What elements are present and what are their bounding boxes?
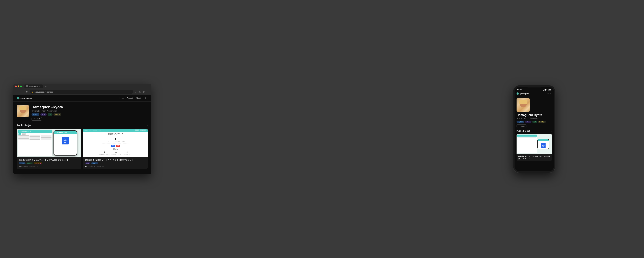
profile-name: Hamaguchi-Ryota — [32, 105, 148, 109]
thumb-2-upload-area: ⬆ ファイルをドラッグ&ドロップしてください — [102, 136, 129, 144]
thumb-mobile-btn: 「/」測定を開始 — [62, 137, 69, 145]
signal-icon — [543, 89, 546, 90]
project-date-text-1: 2024年1月〜2024年12月 — [21, 165, 38, 168]
profile-tags: Python PHP C# Next.js — [32, 113, 148, 116]
ptag-python: Python — [19, 162, 26, 164]
mobile-projects-header: Public Project › — [516, 130, 552, 132]
thumb-2-nav-btns: ログイン サインアップ — [135, 130, 146, 131]
toolbar-actions: ☆ ◎ ⬡ ⋯ — [134, 90, 150, 94]
mobile-thumb-body — [517, 137, 537, 141]
ptag-django: django — [26, 162, 33, 164]
mobile-logo: r ryota-space — [516, 92, 529, 95]
profile-icon[interactable]: ◎ — [138, 90, 142, 94]
nav-project[interactable]: Project — [127, 97, 133, 99]
site-nav-links: Home Project About ☾ — [119, 96, 148, 100]
mobile-thumb-mobile-content: 「/」測定を開始 — [538, 141, 549, 149]
wifi-icon: ∿ — [546, 89, 548, 91]
share-label: Share — [36, 118, 40, 120]
step-1-text: 1. 講義動画をアップロード — [100, 154, 110, 155]
projects-section: Public Project › フレイル業務管理システム 検索 — [14, 122, 151, 171]
site-logo-text: ryota-space — [20, 97, 32, 99]
theme-toggle-btn[interactable]: ☾ — [144, 96, 148, 100]
thumb-2-header-text: 聴覚障碍者向け｜授業支援サービスサイト — [84, 130, 104, 131]
projects-arrow[interactable]: › — [147, 124, 148, 127]
minimize-window-btn[interactable] — [18, 85, 19, 87]
project-info-2: 聴覚障碍者に向けたノートテイクシステム開発プロジェクト PHP Python 📅… — [83, 157, 148, 169]
more-icon[interactable]: ⋯ — [146, 90, 150, 94]
mobile-tag-python: Python — [516, 120, 524, 123]
calendar-icon: 📅 — [19, 166, 21, 167]
nav-about[interactable]: About — [136, 97, 141, 99]
address-bar[interactable]: 🔒 ryota.space.vercel.app — [30, 90, 133, 94]
avatar-image — [17, 105, 29, 117]
mobile-screen: 12:02 ∿ BB r ryota-space — [514, 87, 554, 171]
project-mobile-preview: フレイル業務管理システム 「/」測定を開始 — [54, 130, 77, 156]
refresh-btn[interactable]: ↻ — [25, 90, 29, 94]
site-logo: r ryota-space — [17, 97, 32, 99]
close-window-btn[interactable] — [15, 85, 17, 87]
project-tags-2: PHP Python — [85, 162, 146, 164]
forward-btn[interactable]: → — [20, 90, 24, 94]
mobile-logo-text: ryota-space — [520, 93, 529, 95]
tag-python: Python — [32, 113, 40, 116]
step-3-icon: ⬇ — [126, 151, 128, 154]
btn-cancel: 取消 — [116, 145, 120, 147]
mobile-profile-title: System Engineer, Programmer — [516, 117, 552, 119]
tag-csharp: C# — [48, 113, 52, 116]
mobile-device: 12:02 ∿ BB r ryota-space — [513, 85, 555, 173]
step-3: ⬇ 3. 結果のダウンロード — [123, 151, 132, 155]
thumb-2-btn-login: ログイン — [135, 130, 139, 131]
thumb-mobile-header-text: フレイル業務管理システム — [55, 132, 67, 133]
site-nav: r ryota-space Home Project About ☾ — [14, 95, 151, 102]
mobile-avatar-image — [516, 98, 530, 112]
mobile-thumb-mobile-inner: 「/」測定を開始 — [538, 139, 549, 149]
ptag-python-2: Python — [91, 162, 98, 164]
star-icon[interactable]: ☆ — [134, 90, 138, 94]
mobile-site-nav: r ryota-space ≡ ☾ — [514, 91, 554, 96]
back-btn[interactable]: ← — [15, 90, 19, 94]
mobile-thumb-header — [517, 135, 537, 137]
mobile-projects-arrow[interactable]: › — [551, 130, 552, 132]
project-date-2: 📅 2023年8月〜2023年12月 — [85, 165, 146, 168]
mobile-thumb-btn: 「/」測定を開始 — [541, 143, 546, 148]
nav-home[interactable]: Home — [119, 97, 124, 99]
ptag-js: javascript — [34, 162, 42, 164]
maximize-window-btn[interactable] — [20, 85, 22, 87]
browser-tab[interactable]: ryota-space ✕ — [24, 84, 42, 88]
mobile-nav-icons: ≡ ☾ — [548, 92, 552, 95]
thumb-table — [18, 135, 52, 140]
browser-titlebar: ryota-space ✕ + — [14, 84, 151, 89]
thumb-btn-1: 検索 — [18, 133, 21, 135]
profile-section: Hamaguchi-Ryota System Engineer, Program… — [14, 102, 151, 122]
project-card-1[interactable]: フレイル業務管理システム 検索 新規登録 — [17, 129, 81, 169]
mobile-thumb-rows — [518, 137, 536, 140]
mobile-project-info: 高齢者に向けたフレイルチェッシステム開発プロジェクト — [516, 154, 552, 161]
projects-header: Public Project › — [17, 124, 148, 127]
mobile-tag-php: PHP — [525, 120, 532, 123]
upload-text: ファイルをドラッグ&ドロップしてください — [106, 141, 125, 142]
new-tab-btn[interactable]: + — [44, 85, 47, 88]
mobile-theme-icon[interactable]: ☾ — [550, 92, 552, 95]
mobile-project-card[interactable]: 「/」測定を開始 高齢者に向けたフレイルチェッシステム開発プロジェクト — [516, 134, 552, 161]
thumb-header-text: フレイル業務管理システム — [19, 131, 31, 132]
thumb-2-steps: ⬆ 1. 講義動画をアップロード ✈ 2. 送信ボタンをクリック ⬇ — [100, 151, 132, 155]
mobile-project-thumb: 「/」測定を開始 — [516, 134, 552, 154]
thumb-btn-2: 新規登録 — [22, 133, 26, 135]
lock-icon: 🔒 — [32, 91, 34, 93]
mobile-menu-icon[interactable]: ≡ — [548, 92, 548, 95]
thumb-2-inner: 聴覚障碍者向け｜授業支援サービスサイト ログイン サインアップ 講義動画をアップ… — [83, 129, 148, 157]
website-content: r ryota-space Home Project About ☾ Hamag… — [14, 95, 151, 174]
mobile-project-title: 高齢者に向けたフレイルチェッシステム開発プロジェクト — [518, 155, 550, 160]
share-icon: ⬆ — [33, 118, 35, 120]
mobile-thumb-desktop — [517, 135, 537, 153]
mobile-share-btn[interactable]: ⬆ Share — [516, 124, 526, 128]
upload-icon: ⬆ — [106, 138, 125, 140]
mobile-projects-title: Public Project — [516, 130, 530, 132]
projects-grid: フレイル業務管理システム 検索 新規登録 — [17, 129, 148, 169]
btn-upload: 送信 — [111, 145, 115, 147]
project-card-2[interactable]: 聴覚障碍者向け｜授業支援サービスサイト ログイン サインアップ 講義動画をアップ… — [83, 129, 148, 169]
extensions-icon[interactable]: ⬡ — [142, 90, 146, 94]
tab-close-btn[interactable]: ✕ — [39, 85, 41, 87]
thumb-desktop-header: フレイル業務管理システム — [18, 130, 52, 133]
share-btn[interactable]: ⬆ Share — [32, 117, 42, 120]
